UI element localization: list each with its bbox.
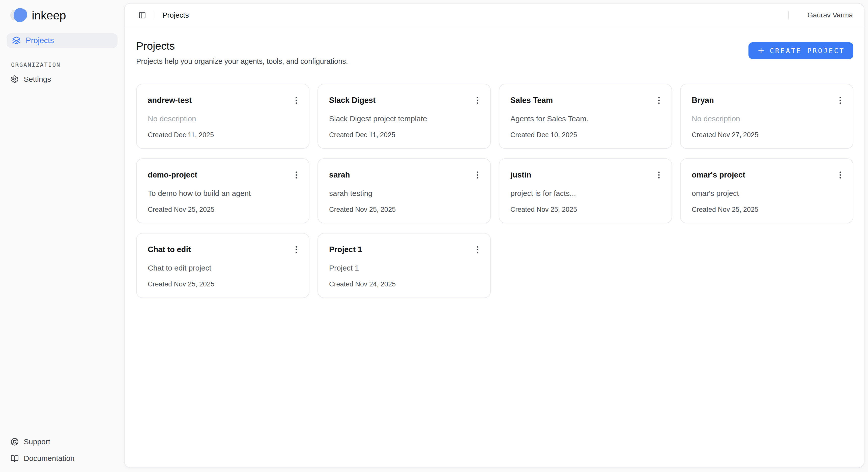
- project-card-description: To demo how to build an agent: [148, 189, 302, 198]
- project-card-title: Chat to edit: [148, 244, 191, 254]
- project-card-created-date: Created Nov 27, 2025: [692, 131, 846, 139]
- kebab-vertical-icon: [835, 170, 845, 180]
- project-card[interactable]: demo-project To demo how to build an age…: [136, 158, 309, 223]
- inkeep-blob-logo-icon: [9, 8, 28, 22]
- brand-logo-link[interactable]: inkeep: [6, 6, 118, 24]
- project-card[interactable]: justin project is for facts... Created N…: [499, 158, 672, 223]
- kebab-vertical-icon: [291, 95, 301, 105]
- brand-wordmark: inkeep: [32, 8, 66, 22]
- breadcrumb[interactable]: Projects: [162, 11, 189, 20]
- plus-icon: [757, 46, 765, 55]
- project-card-description: No description: [692, 115, 846, 123]
- project-card-menu-button[interactable]: [290, 244, 302, 256]
- sidebar-item-label: Settings: [24, 75, 51, 84]
- project-card-title: andrew-test: [148, 94, 192, 105]
- sidebar: inkeep Projects ORGANIZATION Settings: [0, 0, 124, 472]
- gear-icon: [10, 75, 19, 83]
- page-subtitle: Projects help you organize your agents, …: [136, 57, 348, 66]
- create-project-label: CREATE PROJECT: [770, 47, 845, 55]
- project-card-description: project is for facts...: [510, 189, 665, 198]
- sidebar-item-label: Documentation: [24, 454, 75, 463]
- project-card-title: Slack Digest: [329, 94, 375, 105]
- user-menu[interactable]: Gaurav Varma: [807, 11, 853, 19]
- project-card-menu-button[interactable]: [834, 169, 846, 181]
- project-card-title: Project 1: [329, 244, 362, 254]
- page-header: Projects Projects help you organize your…: [136, 40, 854, 66]
- layers-icon: [12, 36, 21, 45]
- sidebar-item-settings[interactable]: Settings: [6, 72, 118, 86]
- project-card-menu-button[interactable]: [472, 94, 484, 106]
- project-card-menu-button[interactable]: [290, 169, 302, 181]
- sidebar-footer: Support Documentation: [6, 435, 118, 466]
- sidebar-item-support[interactable]: Support: [6, 435, 118, 449]
- project-card[interactable]: Chat to edit Chat to edit project Create…: [136, 233, 309, 298]
- project-card[interactable]: Project 1 Project 1 Created Nov 24, 2025: [317, 233, 491, 298]
- project-card-menu-button[interactable]: [834, 94, 846, 106]
- book-open-icon: [10, 454, 19, 463]
- sidebar-item-projects[interactable]: Projects: [6, 33, 118, 48]
- sidebar-item-label: Projects: [26, 36, 54, 45]
- project-card-description: sarah testing: [329, 189, 484, 198]
- project-card[interactable]: Sales Team Agents for Sales Team. Create…: [499, 84, 672, 149]
- project-card-created-date: Created Nov 25, 2025: [148, 206, 302, 214]
- project-card-title: demo-project: [148, 169, 197, 180]
- project-card[interactable]: omar's project omar's project Created No…: [680, 158, 854, 223]
- topbar-divider: [788, 11, 789, 20]
- panel-left-icon: [138, 11, 146, 19]
- project-card-menu-button[interactable]: [290, 94, 302, 106]
- project-card-title: Sales Team: [510, 94, 553, 105]
- project-card-created-date: Created Nov 25, 2025: [148, 280, 302, 288]
- logo-blob-shape: [13, 8, 27, 22]
- topbar-divider: [155, 11, 155, 20]
- project-card-menu-button[interactable]: [472, 169, 484, 181]
- project-card[interactable]: sarah sarah testing Created Nov 25, 2025: [317, 158, 491, 223]
- project-card-created-date: Created Nov 25, 2025: [329, 206, 484, 214]
- kebab-vertical-icon: [654, 95, 664, 105]
- project-card-created-date: Created Dec 10, 2025: [510, 131, 665, 139]
- project-card-title: justin: [510, 169, 531, 180]
- lifebuoy-icon: [10, 438, 19, 446]
- project-card-description: Project 1: [329, 264, 484, 272]
- project-card-created-date: Created Nov 25, 2025: [692, 206, 846, 214]
- project-card[interactable]: Slack Digest Slack Digest project templa…: [317, 84, 491, 149]
- project-card-description: Chat to edit project: [148, 264, 302, 272]
- projects-grid: andrew-test No description Created Dec 1…: [136, 84, 854, 298]
- project-card-title: Bryan: [692, 94, 714, 105]
- kebab-vertical-icon: [291, 245, 301, 255]
- project-card-menu-button[interactable]: [653, 94, 665, 106]
- project-card-created-date: Created Dec 11, 2025: [329, 131, 484, 139]
- project-card-description: Agents for Sales Team.: [510, 115, 665, 123]
- page-title: Projects: [136, 40, 348, 52]
- project-card-created-date: Created Nov 24, 2025: [329, 280, 484, 288]
- kebab-vertical-icon: [473, 170, 483, 180]
- sidebar-section-label: ORGANIZATION: [11, 62, 118, 68]
- project-card-description: No description: [148, 115, 302, 123]
- project-card-menu-button[interactable]: [472, 244, 484, 256]
- project-card-description: Slack Digest project template: [329, 115, 484, 123]
- project-card-menu-button[interactable]: [653, 169, 665, 181]
- topbar: Projects Gaurav Varma: [125, 3, 864, 27]
- create-project-button[interactable]: CREATE PROJECT: [748, 42, 854, 59]
- kebab-vertical-icon: [473, 245, 483, 255]
- kebab-vertical-icon: [291, 170, 301, 180]
- kebab-vertical-icon: [654, 170, 664, 180]
- project-card[interactable]: andrew-test No description Created Dec 1…: [136, 84, 309, 149]
- project-card-created-date: Created Nov 25, 2025: [510, 206, 665, 214]
- project-card-title: sarah: [329, 169, 350, 180]
- content-area: Projects Projects help you organize your…: [125, 27, 864, 468]
- kebab-vertical-icon: [835, 95, 845, 105]
- project-card[interactable]: Bryan No description Created Nov 27, 202…: [680, 84, 854, 149]
- main-panel: Projects Gaurav Varma Projects Projects …: [124, 3, 865, 468]
- project-card-title: omar's project: [692, 169, 745, 180]
- sidebar-item-label: Support: [24, 437, 50, 446]
- kebab-vertical-icon: [473, 95, 483, 105]
- project-card-description: omar's project: [692, 189, 846, 198]
- sidebar-item-documentation[interactable]: Documentation: [6, 451, 118, 466]
- project-card-created-date: Created Dec 11, 2025: [148, 131, 302, 139]
- sidebar-toggle-button[interactable]: [137, 9, 148, 21]
